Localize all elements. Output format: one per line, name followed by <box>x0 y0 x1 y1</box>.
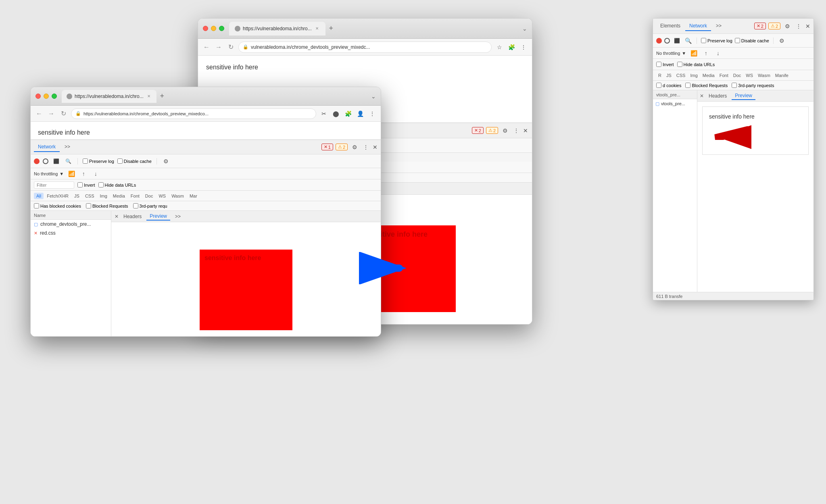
close-button-back[interactable] <box>203 26 208 31</box>
type-wasm-front[interactable]: Wasm <box>169 193 186 199</box>
tab-dropdown-front[interactable]: ⌄ <box>371 93 376 100</box>
type-ws-front[interactable]: WS <box>156 193 168 199</box>
tab-active-back[interactable]: https://vulnerabledoma.in/chro... ✕ <box>229 22 325 35</box>
tab-close-icon-front[interactable]: ✕ <box>146 94 152 99</box>
type-js-front[interactable]: JS <box>72 193 82 199</box>
cut-icon-front[interactable]: ✂ <box>319 109 328 118</box>
maximize-button-back[interactable] <box>219 26 224 31</box>
reload-button-back[interactable]: ↻ <box>226 43 235 52</box>
record-button-front[interactable] <box>34 158 40 164</box>
hide-urls-cb-right[interactable] <box>677 62 682 67</box>
back-button-front[interactable]: ← <box>35 109 44 118</box>
type-img-front[interactable]: Img <box>98 193 110 199</box>
tab-close-icon-back[interactable]: ✕ <box>314 26 320 31</box>
reload-button-front[interactable]: ↻ <box>59 109 68 118</box>
more-tabs-right[interactable]: >> <box>712 21 726 31</box>
type-fetch-front[interactable]: Fetch/XHR <box>44 193 71 199</box>
type-doc-right[interactable]: Doc <box>731 73 743 78</box>
address-bar-front[interactable]: 🔒 https://vulnerabledoma.in/chrome_devto… <box>71 108 316 119</box>
minimize-button-back[interactable] <box>211 26 216 31</box>
menu-icon-back[interactable]: ⋮ <box>519 43 528 52</box>
throttle-select-front[interactable]: No throttling ▼ <box>34 171 64 176</box>
preview-tab-front[interactable]: Preview <box>146 212 170 221</box>
new-tab-button-back[interactable]: + <box>325 23 337 34</box>
more-options-front[interactable]: ⋮ <box>361 143 370 152</box>
bookmark-icon-back[interactable]: ☆ <box>495 43 504 52</box>
wifi-icon-right[interactable]: 📶 <box>689 49 698 58</box>
type-font-right[interactable]: Font <box>718 73 730 78</box>
type-media-right[interactable]: Media <box>701 73 717 78</box>
type-wasm-right[interactable]: Wasm <box>756 73 772 78</box>
throttle-select-right[interactable]: No throttling ▼ <box>656 51 686 56</box>
type-js-right[interactable]: JS <box>664 73 674 78</box>
third-party-cb-right[interactable] <box>732 83 737 88</box>
extension-active-icon-front[interactable]: ⬤ <box>332 109 340 118</box>
minimize-button-front[interactable] <box>44 94 49 99</box>
file-item-css-front[interactable]: ✕ red.css <box>31 229 111 237</box>
hide-urls-cb-front[interactable] <box>98 182 104 187</box>
type-css-right[interactable]: CSS <box>674 73 688 78</box>
disable-cache-cb-front[interactable] <box>117 158 123 164</box>
upload-icon-front[interactable]: ↑ <box>79 169 88 178</box>
settings2-icon-right[interactable]: ⚙ <box>778 36 786 45</box>
more-tabs-front[interactable]: >> <box>60 142 74 152</box>
wifi-icon-front[interactable]: 📶 <box>67 169 76 178</box>
forward-button-back[interactable]: → <box>214 43 223 52</box>
profile-icon-front[interactable]: 👤 <box>356 109 365 118</box>
upload-icon-right[interactable]: ↑ <box>701 49 710 58</box>
has-blocked-cookies-cb-front[interactable] <box>34 203 39 208</box>
download-icon-front[interactable]: ↓ <box>91 169 100 178</box>
stop-btn-right[interactable] <box>664 38 670 44</box>
settings-icon-back[interactable]: ⚙ <box>501 126 509 135</box>
type-media-front[interactable]: Media <box>111 193 127 199</box>
type-ws-right[interactable]: WS <box>744 73 755 78</box>
tab-active-front[interactable]: https://vulnerabledoma.in/chro... ✕ <box>62 90 156 103</box>
d-cookies-cb-right[interactable] <box>656 83 661 88</box>
stop-button-front[interactable] <box>43 158 48 164</box>
close-button-front[interactable] <box>35 94 41 99</box>
filter-icon-front[interactable]: ⬛ <box>52 157 60 166</box>
preserve-log-cb-right[interactable] <box>701 38 706 43</box>
preserve-log-cb-front[interactable] <box>83 158 88 164</box>
type-all-front[interactable]: All <box>34 193 44 199</box>
filter-icon-right[interactable]: ⬛ <box>672 36 681 45</box>
type-manife-right[interactable]: Manife <box>773 73 791 78</box>
forward-button-front[interactable]: → <box>47 109 56 118</box>
file-item-right[interactable]: ▢ vtools_pre... <box>653 99 697 108</box>
elements-tab-right[interactable]: Elements <box>656 21 684 31</box>
type-img-right[interactable]: Img <box>688 73 699 78</box>
preview-tab-right-panel[interactable]: Preview <box>732 92 755 100</box>
type-mar-front[interactable]: Mar <box>187 193 200 199</box>
back-button-back[interactable]: ← <box>202 43 211 52</box>
headers-tab-right-panel[interactable]: Headers <box>705 92 730 100</box>
settings2-icon-front[interactable]: ⚙ <box>162 157 171 166</box>
preview-close-front[interactable]: ✕ <box>115 214 119 219</box>
settings-icon-right[interactable]: ⚙ <box>783 22 792 31</box>
download-icon-right[interactable]: ↓ <box>713 49 722 58</box>
more-options-back[interactable]: ⋮ <box>512 126 521 135</box>
blocked-req-cb-front[interactable] <box>86 203 91 208</box>
blocked-req-cb-right[interactable] <box>685 83 690 88</box>
tab-dropdown-back[interactable]: ⌄ <box>522 25 527 32</box>
headers-tab-front[interactable]: Headers <box>120 213 145 220</box>
new-tab-button-front[interactable]: + <box>156 91 168 102</box>
devtools-close-front[interactable]: ✕ <box>373 144 378 150</box>
network-tab-front[interactable]: Network <box>34 142 60 152</box>
more-tabs-preview-front[interactable]: >> <box>172 213 184 220</box>
third-party-cb-front[interactable] <box>133 203 138 208</box>
maximize-button-front[interactable] <box>52 94 57 99</box>
address-bar-back[interactable]: 🔒 vulnerabledoma.in/chrome_devtools_prev… <box>238 42 492 53</box>
devtools-close-back[interactable]: ✕ <box>523 127 528 134</box>
close-icon-right[interactable]: ✕ <box>700 93 704 99</box>
invert-cb-front[interactable] <box>77 182 83 187</box>
network-tab-right[interactable]: Network <box>685 21 711 31</box>
search-icon-front[interactable]: 🔍 <box>64 157 73 166</box>
type-font-front[interactable]: Font <box>128 193 142 199</box>
more-options-right[interactable]: ⋮ <box>794 22 803 31</box>
file-item-html-front[interactable]: ▢ chrome_devtools_pre... <box>31 220 111 229</box>
search-icon-right[interactable]: 🔍 <box>684 36 693 45</box>
type-css-front[interactable]: CSS <box>83 193 97 199</box>
invert-cb-right[interactable] <box>656 62 661 67</box>
settings-icon-front[interactable]: ⚙ <box>350 143 359 152</box>
type-doc-front[interactable]: Doc <box>143 193 156 199</box>
